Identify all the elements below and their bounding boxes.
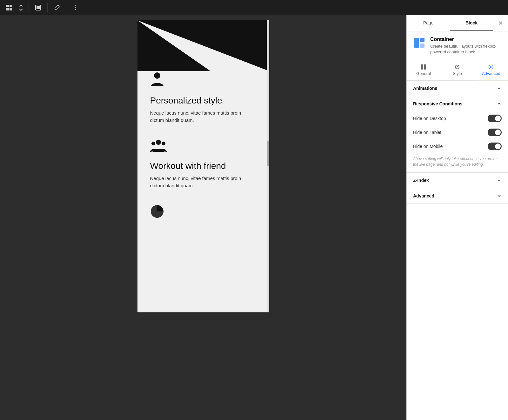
workout-text: Neque lacus nunc, vitae fames mattis pro…	[150, 175, 257, 189]
z-index-header[interactable]: Z-Index	[407, 173, 508, 188]
svg-rect-19	[424, 64, 426, 67]
tab-style-label: Style	[453, 71, 462, 76]
svg-rect-18	[421, 64, 423, 70]
more-icon	[72, 4, 78, 11]
blocks-button[interactable]	[4, 2, 15, 13]
more-button[interactable]	[70, 3, 80, 13]
preview-section-workout: Workout with friend Neque lacus nunc, vi…	[150, 139, 257, 189]
svg-rect-17	[420, 43, 424, 48]
panel-tabs: Page Block ✕	[407, 15, 508, 31]
block-description: Create beautiful layouts with flexbox po…	[430, 43, 502, 55]
advanced-chevron	[497, 193, 502, 198]
hide-tablet-toggle[interactable]	[488, 129, 502, 136]
animations-section: Animations	[407, 81, 508, 96]
advanced-header[interactable]: Advanced	[407, 188, 508, 203]
advanced-section: Advanced	[407, 188, 508, 204]
down-button[interactable]	[17, 8, 25, 12]
hide-tablet-label: Hide on Tablet	[413, 130, 441, 135]
hide-desktop-toggle[interactable]	[488, 115, 502, 122]
container-icon	[413, 37, 426, 49]
responsive-conditions-chevron	[497, 101, 502, 106]
right-panel: Page Block ✕ Container Create beautiful …	[406, 15, 508, 420]
svg-rect-5	[37, 6, 40, 9]
svg-rect-16	[420, 38, 424, 42]
block-title: Container	[430, 37, 502, 42]
chevron-down-icon	[19, 9, 23, 11]
block-info: Container Create beautiful layouts with …	[407, 31, 508, 60]
tab-general-label: General	[416, 71, 431, 76]
chevron-up-icon	[19, 4, 23, 7]
workout-title: Workout with friend	[150, 161, 257, 171]
triangle-decoration	[137, 20, 269, 71]
tab-block[interactable]: Block	[450, 15, 493, 31]
style-icon	[454, 64, 460, 70]
svg-point-22	[490, 66, 492, 68]
select-button[interactable]	[33, 2, 43, 13]
tab-page[interactable]: Page	[407, 15, 450, 31]
svg-rect-0	[6, 5, 9, 7]
toolbar-divider-3	[66, 3, 66, 12]
highlighter-button[interactable]	[51, 2, 62, 13]
preview-section-chart	[150, 204, 257, 221]
svg-rect-2	[6, 8, 9, 10]
responsive-conditions-title: Responsive Conditions	[413, 101, 463, 106]
toolbar	[0, 0, 508, 15]
z-index-section: Z-Index	[407, 173, 508, 188]
tab-style[interactable]: Style	[440, 60, 474, 80]
animations-chevron	[497, 86, 502, 91]
animations-title: Animations	[413, 86, 437, 91]
person-icon-preview	[150, 71, 257, 90]
svg-rect-3	[10, 8, 12, 10]
z-index-title: Z-Index	[413, 178, 429, 183]
z-index-chevron	[497, 178, 502, 183]
svg-rect-15	[414, 38, 419, 48]
responsive-conditions-header[interactable]: Responsive Conditions	[407, 96, 508, 111]
group-icon-preview	[150, 139, 257, 156]
gear-icon	[488, 64, 494, 70]
sub-tabs: General Style Advanced	[407, 60, 508, 81]
preview-scrollbar[interactable]	[267, 20, 269, 312]
svg-point-14	[162, 142, 165, 145]
pie-chart-icon-preview	[150, 204, 257, 221]
svg-rect-20	[424, 67, 426, 70]
hide-mobile-toggle[interactable]	[488, 143, 502, 150]
canvas: Personalized style Neque lacus nunc, vit…	[0, 15, 406, 420]
hide-tablet-row: Hide on Tablet	[407, 125, 508, 139]
up-button[interactable]	[17, 3, 25, 7]
svg-point-6	[75, 5, 76, 6]
preview-section-personalized: Personalized style Neque lacus nunc, vit…	[150, 71, 257, 124]
main-layout: Personalized style Neque lacus nunc, vit…	[0, 15, 508, 420]
personalized-text: Neque lacus nunc, vitae fames mattis pro…	[150, 110, 257, 124]
block-info-text: Container Create beautiful layouts with …	[430, 37, 502, 55]
blocks-icon	[6, 4, 13, 11]
preview-frame: Personalized style Neque lacus nunc, vit…	[137, 20, 269, 312]
advanced-title: Advanced	[413, 193, 434, 198]
toolbar-divider-1	[29, 3, 29, 12]
general-icon	[421, 64, 426, 70]
toolbar-divider-2	[47, 3, 48, 12]
tab-advanced-label: Advanced	[482, 71, 500, 76]
svg-point-11	[154, 72, 160, 79]
svg-point-8	[75, 9, 76, 10]
animations-header[interactable]: Animations	[407, 81, 508, 96]
hide-desktop-label: Hide on Desktop	[413, 116, 446, 121]
tab-general[interactable]: General	[407, 60, 440, 80]
highlighter-icon	[53, 4, 60, 11]
svg-rect-1	[10, 5, 12, 7]
tab-advanced[interactable]: Advanced	[474, 60, 508, 80]
svg-point-13	[151, 142, 155, 145]
scrollbar-thumb	[267, 141, 269, 166]
responsive-note: Above setting will only take effect once…	[407, 153, 508, 172]
hide-mobile-row: Hide on Mobile	[407, 139, 508, 153]
svg-point-12	[156, 140, 161, 145]
close-button[interactable]: ✕	[493, 15, 508, 31]
responsive-conditions-section: Responsive Conditions Hide on Desktop Hi…	[407, 96, 508, 173]
personalized-title: Personalized style	[150, 96, 257, 106]
svg-point-7	[75, 7, 76, 8]
select-icon	[35, 4, 42, 11]
hide-mobile-label: Hide on Mobile	[413, 144, 443, 149]
hide-desktop-row: Hide on Desktop	[407, 111, 508, 125]
